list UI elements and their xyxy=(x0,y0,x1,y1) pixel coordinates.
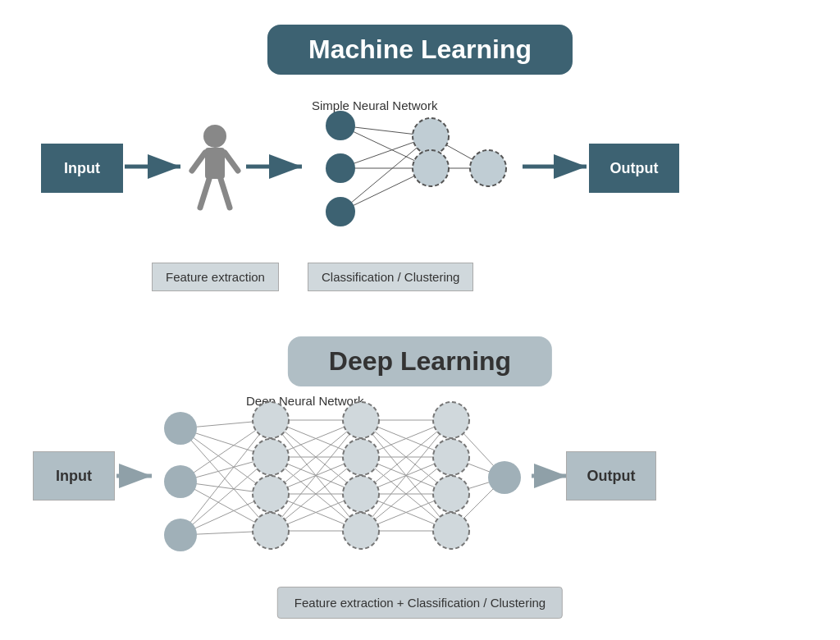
svg-point-78 xyxy=(253,439,289,475)
svg-point-85 xyxy=(433,402,469,438)
svg-point-21 xyxy=(413,150,449,186)
svg-line-4 xyxy=(192,153,205,171)
ml-output-label: Output xyxy=(610,160,659,177)
svg-point-19 xyxy=(326,197,355,226)
svg-point-77 xyxy=(253,402,289,438)
dl-title-box: Deep Learning xyxy=(288,336,552,386)
svg-rect-3 xyxy=(205,148,225,179)
svg-line-7 xyxy=(221,179,230,208)
svg-point-22 xyxy=(470,150,506,186)
svg-point-75 xyxy=(164,465,197,498)
svg-point-87 xyxy=(433,476,469,512)
dl-neural-network-icon xyxy=(152,395,537,572)
dl-feature-class-label: Feature extraction + Classification / Cl… xyxy=(294,596,546,610)
ml-human-figure-icon xyxy=(182,121,248,212)
dl-input-box: Input xyxy=(33,451,115,501)
dl-section: Deep Learning Input Deep Neural Network xyxy=(25,328,815,632)
svg-point-76 xyxy=(164,519,197,551)
svg-point-20 xyxy=(413,118,449,154)
svg-line-6 xyxy=(200,179,209,208)
svg-point-81 xyxy=(343,402,379,438)
ml-section: Machine Learning Input Simple Neural Ne xyxy=(25,16,815,312)
svg-point-74 xyxy=(164,412,197,445)
dl-output-label: Output xyxy=(587,468,636,485)
ml-classification-box: Classification / Clustering xyxy=(308,263,473,291)
ml-input-label: Input xyxy=(64,160,100,177)
ml-neural-network-icon xyxy=(308,105,521,232)
ml-title: Machine Learning xyxy=(308,34,532,64)
svg-point-79 xyxy=(253,476,289,512)
ml-arrow3-icon xyxy=(523,158,596,175)
dl-feature-class-box: Feature extraction + Classification / Cl… xyxy=(277,587,563,619)
ml-feature-label: Feature extraction xyxy=(166,270,265,284)
dl-output-box: Output xyxy=(566,451,656,501)
svg-point-82 xyxy=(343,439,379,475)
svg-point-80 xyxy=(253,513,289,549)
svg-point-89 xyxy=(488,461,521,494)
dl-input-label: Input xyxy=(56,468,92,485)
svg-point-18 xyxy=(326,153,355,183)
svg-point-83 xyxy=(343,476,379,512)
svg-point-17 xyxy=(326,111,355,140)
svg-line-5 xyxy=(225,153,238,171)
svg-point-88 xyxy=(433,513,469,549)
ml-arrow2-icon xyxy=(246,158,312,175)
dl-title: Deep Learning xyxy=(329,346,511,376)
svg-point-86 xyxy=(433,439,469,475)
ml-output-box: Output xyxy=(589,144,679,193)
ml-input-box: Input xyxy=(41,144,123,193)
ml-arrow1-icon xyxy=(125,158,190,175)
ml-feature-box: Feature extraction xyxy=(152,263,279,291)
ml-title-box: Machine Learning xyxy=(267,25,573,75)
svg-point-84 xyxy=(343,513,379,549)
ml-classification-label: Classification / Clustering xyxy=(322,270,459,284)
svg-point-2 xyxy=(203,125,226,148)
